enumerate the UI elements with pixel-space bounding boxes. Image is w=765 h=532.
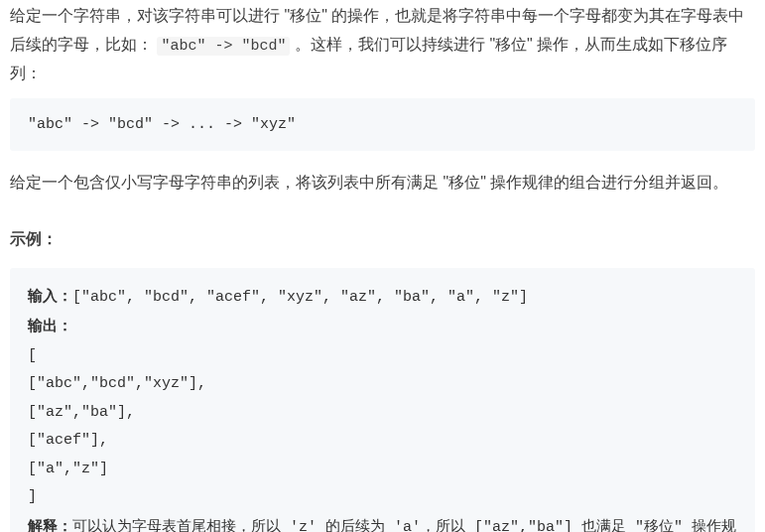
intro-paragraph-2: 给定一个包含仅小写字母字符串的列表，将该列表中所有满足 "移位" 操作规律的组合… [10, 169, 755, 198]
intro-paragraph-1: 给定一个字符串，对该字符串可以进行 "移位" 的操作，也就是将字符串中每一个字母… [10, 2, 755, 88]
shift-sequence-code: "abc" -> "bcd" -> ... -> "xyz" [10, 98, 755, 152]
output-label: 输出： [28, 317, 72, 333]
explain-text: 可以认为字母表首尾相接，所以 'z' 的后续为 'a'，所以 ["az","ba… [28, 519, 736, 532]
example-output-row: 输出： [28, 312, 737, 342]
example-input-row: 输入：["abc", "bcd", "acef", "xyz", "az", "… [28, 282, 737, 313]
example-block: 输入：["abc", "bcd", "acef", "xyz", "az", "… [10, 268, 755, 532]
output-line-2: ["az","ba"], [28, 399, 737, 428]
output-line-4: ["a","z"] [28, 456, 737, 484]
output-line-3: ["acef"], [28, 427, 737, 456]
input-label: 输入： [28, 287, 72, 304]
inline-code-example: "abc" -> "bcd" [157, 37, 290, 56]
explain-label: 解释： [28, 517, 72, 532]
input-value: ["abc", "bcd", "acef", "xyz", "az", "ba"… [72, 289, 528, 306]
output-line-1: ["abc","bcd","xyz"], [28, 370, 737, 399]
output-line-0: [ [28, 342, 737, 371]
example-explain-row: 解释：可以认为字母表首尾相接，所以 'z' 的后续为 'a'，所以 ["az",… [28, 512, 737, 532]
output-line-5: ] [28, 483, 737, 512]
document-content: 给定一个字符串，对该字符串可以进行 "移位" 的操作，也就是将字符串中每一个字母… [0, 0, 765, 532]
example-heading: 示例： [10, 225, 755, 254]
